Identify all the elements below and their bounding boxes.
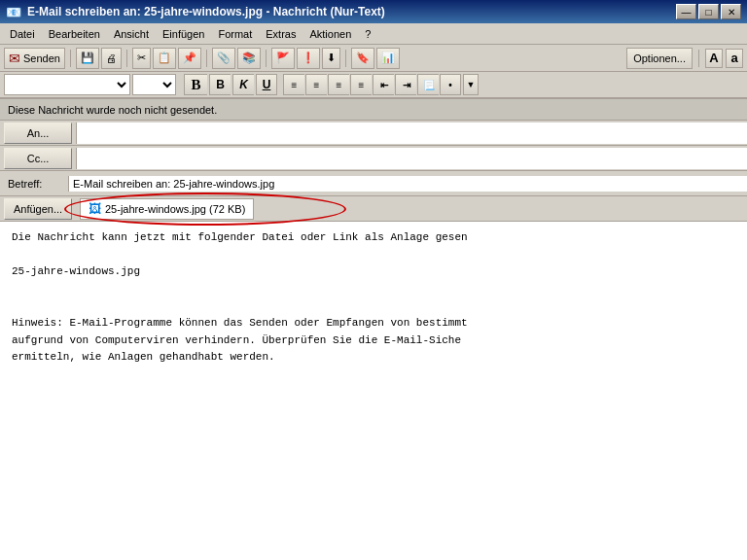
priority-high-button[interactable]: ❗ bbox=[297, 48, 320, 69]
print-icon: 🖨 bbox=[106, 52, 117, 64]
maximize-button[interactable]: □ bbox=[698, 4, 719, 19]
font-family-dropdown[interactable] bbox=[4, 74, 130, 95]
cc-input[interactable] bbox=[76, 148, 747, 169]
file-icon: 🖼 bbox=[89, 201, 101, 216]
close-button[interactable]: ✕ bbox=[721, 4, 741, 19]
to-row: An... bbox=[0, 121, 747, 146]
menu-help[interactable]: ? bbox=[359, 26, 376, 42]
indent-increase-button[interactable]: ⇥ bbox=[395, 74, 416, 95]
font-a-small-button[interactable]: a bbox=[726, 49, 743, 68]
menu-extras[interactable]: Extras bbox=[260, 26, 302, 42]
cut-icon: ✂ bbox=[137, 52, 146, 64]
save-button[interactable]: 💾 bbox=[76, 48, 99, 69]
attach-file-button[interactable]: Anfügen... bbox=[4, 198, 72, 220]
italic-button[interactable]: K bbox=[232, 74, 254, 95]
menu-format[interactable]: Format bbox=[212, 26, 258, 42]
body-line-5 bbox=[12, 298, 735, 315]
send-label: Senden bbox=[23, 52, 60, 64]
to-button[interactable]: An... bbox=[4, 122, 72, 144]
toolbar-separator-4 bbox=[266, 50, 267, 67]
main-toolbar: ✉ Senden 💾 🖨 ✂ 📋 📌 📎 📚 🚩 ❗ ⬇ 🔖 📊 Optione… bbox=[0, 45, 747, 72]
menu-bar: Datei Bearbeiten Ansicht Einfügen Format… bbox=[0, 23, 747, 45]
indent-decrease-button[interactable]: ⇤ bbox=[373, 74, 394, 95]
attach-button[interactable]: 📎 bbox=[212, 48, 235, 69]
print-button[interactable]: 🖨 bbox=[101, 48, 122, 69]
subject-row: Betreff: E-Mail schreiben an: 25-jahre-w… bbox=[0, 171, 747, 196]
body-line-4 bbox=[12, 281, 735, 298]
info-bar: Diese Nachricht wurde noch nicht gesende… bbox=[0, 99, 747, 121]
toolbar-separator-6 bbox=[698, 50, 699, 67]
subject-value: E-Mail schreiben an: 25-jahre-windows.jp… bbox=[68, 176, 747, 192]
toolbar-separator-3 bbox=[206, 50, 207, 67]
subject-label: Betreff: bbox=[0, 176, 68, 192]
categories-icon: 🔖 bbox=[356, 52, 370, 64]
align-left-button[interactable]: ≡ bbox=[283, 74, 304, 95]
attach-icon: 📎 bbox=[217, 52, 231, 64]
body-line-1: Die Nachricht kann jetzt mit folgender D… bbox=[12, 229, 735, 247]
format-expand-button[interactable]: ▼ bbox=[463, 74, 479, 95]
send-icon: ✉ bbox=[9, 51, 20, 66]
copy-icon: 📋 bbox=[158, 52, 171, 64]
align-center-button[interactable]: ≡ bbox=[305, 74, 327, 95]
font-a-format-button[interactable]: B bbox=[184, 74, 207, 95]
body-line-7: aufgrund von Computerviren verhindern. Ü… bbox=[12, 332, 735, 350]
cc-row: Cc... bbox=[0, 146, 747, 171]
font-a-large-button[interactable]: A bbox=[705, 49, 723, 68]
priority-high-icon: ❗ bbox=[302, 52, 315, 64]
font-size-dropdown[interactable] bbox=[132, 74, 176, 95]
format-toolbar: B B K U ≡ ≡ ≡ ≡ ⇤ ⇥ 📃 • ▼ bbox=[0, 72, 747, 99]
alignment-group: ≡ ≡ ≡ ≡ ⇤ ⇥ 📃 • bbox=[283, 74, 461, 95]
flag-icon: 🚩 bbox=[276, 52, 290, 64]
to-input[interactable] bbox=[76, 122, 747, 144]
flag-button[interactable]: 🚩 bbox=[271, 48, 295, 69]
body-line-2 bbox=[12, 247, 735, 264]
attachment-row: Anfügen... 🖼 25-jahre-windows.jpg (72 KB… bbox=[0, 196, 747, 222]
cut-button[interactable]: ✂ bbox=[132, 48, 151, 69]
title-bar: 📧 E-Mail schreiben an: 25-jahre-windows.… bbox=[0, 0, 747, 23]
attachment-file[interactable]: 🖼 25-jahre-windows.jpg (72 KB) bbox=[80, 198, 254, 220]
addressbook-icon: 📚 bbox=[242, 52, 256, 64]
align-justify-button[interactable]: ≡ bbox=[350, 74, 372, 95]
priority-low-button[interactable]: ⬇ bbox=[322, 48, 340, 69]
body-line-3: 25-jahre-windows.jpg bbox=[12, 263, 735, 281]
message-body[interactable]: Die Nachricht kann jetzt mit folgender D… bbox=[0, 222, 747, 560]
body-line-8: ermitteln, wie Anlagen gehandhabt werden… bbox=[12, 349, 735, 367]
tracking-button[interactable]: 📊 bbox=[376, 48, 400, 69]
toolbar-separator-2 bbox=[126, 50, 127, 67]
attachment-wrapper: 🖼 25-jahre-windows.jpg (72 KB) bbox=[76, 198, 254, 220]
menu-ansicht[interactable]: Ansicht bbox=[108, 26, 155, 42]
tracking-icon: 📊 bbox=[381, 52, 395, 64]
bold-button[interactable]: B bbox=[209, 74, 231, 95]
toolbar-separator-5 bbox=[345, 50, 346, 67]
info-message: Diese Nachricht wurde noch nicht gesende… bbox=[8, 104, 217, 116]
addressbook-button[interactable]: 📚 bbox=[237, 48, 261, 69]
list-ol-button[interactable]: 📃 bbox=[417, 74, 439, 95]
list-ul-button[interactable]: • bbox=[440, 74, 461, 95]
options-button[interactable]: Optionen... bbox=[626, 48, 693, 69]
paste-icon: 📌 bbox=[183, 52, 196, 64]
copy-button[interactable]: 📋 bbox=[153, 48, 176, 69]
align-right-button[interactable]: ≡ bbox=[328, 74, 349, 95]
categories-button[interactable]: 🔖 bbox=[351, 48, 374, 69]
title-bar-buttons: — □ ✕ bbox=[676, 4, 741, 19]
save-icon: 💾 bbox=[81, 52, 94, 64]
menu-datei[interactable]: Datei bbox=[4, 26, 41, 42]
menu-bearbeiten[interactable]: Bearbeiten bbox=[43, 26, 106, 42]
paste-button[interactable]: 📌 bbox=[178, 48, 201, 69]
window-title: E-Mail schreiben an: 25-jahre-windows.jp… bbox=[27, 5, 670, 18]
body-line-6: Hinweis: E-Mail-Programme können das Sen… bbox=[12, 315, 735, 332]
priority-low-icon: ⬇ bbox=[327, 52, 336, 64]
send-button[interactable]: ✉ Senden bbox=[4, 48, 65, 69]
minimize-button[interactable]: — bbox=[676, 4, 696, 19]
attachment-filename: 25-jahre-windows.jpg (72 KB) bbox=[105, 203, 245, 215]
menu-aktionen[interactable]: Aktionen bbox=[303, 26, 357, 42]
menu-einfuegen[interactable]: Einfügen bbox=[157, 26, 210, 42]
window-icon: 📧 bbox=[6, 4, 21, 19]
toolbar-right: Optionen... A a bbox=[626, 48, 743, 69]
toolbar-separator-1 bbox=[70, 50, 71, 67]
cc-button[interactable]: Cc... bbox=[4, 148, 72, 169]
underline-button[interactable]: U bbox=[256, 74, 277, 95]
